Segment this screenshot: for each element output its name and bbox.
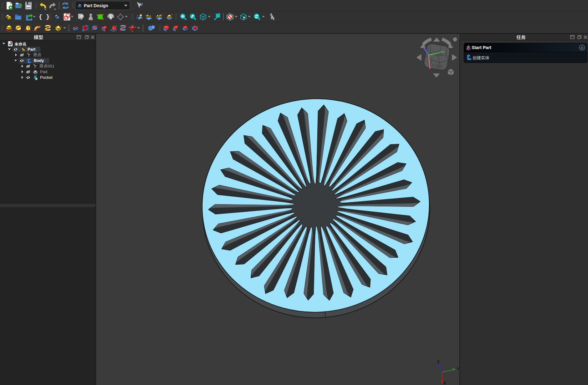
svg-text:001: 001 <box>48 64 54 68</box>
svg-text:X: X <box>443 381 446 385</box>
svg-text:Z: Z <box>437 360 439 364</box>
svg-text:Y: Y <box>457 367 459 371</box>
svg-text:Body: Body <box>34 58 44 63</box>
svg-text:?: ? <box>141 2 143 8</box>
svg-text:Start Part: Start Part <box>472 45 491 50</box>
svg-text:Pocket: Pocket <box>40 75 53 80</box>
svg-text:Pad: Pad <box>40 69 47 74</box>
svg-text:Part: Part <box>28 47 36 52</box>
